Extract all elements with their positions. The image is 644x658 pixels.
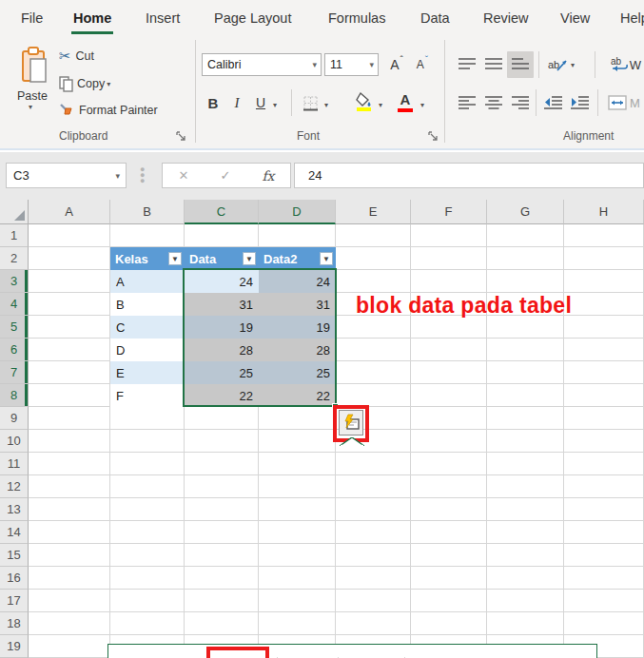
row-header-18[interactable]: 18 (0, 612, 29, 635)
row-header-11[interactable]: 11 (0, 453, 29, 475)
column-header-d[interactable]: D (259, 200, 336, 224)
row-header-14[interactable]: 14 (0, 521, 29, 544)
row-header-1[interactable]: 1 (0, 224, 29, 247)
enter-button[interactable]: ✓ (220, 168, 230, 183)
ribbon-tab-view[interactable]: View (560, 7, 590, 29)
align-center-button[interactable] (482, 91, 505, 114)
cell-D7[interactable]: 25 (259, 361, 336, 384)
cell-B8[interactable]: F (110, 384, 185, 407)
fill-color-dropdown-arrow[interactable]: ▾ (379, 101, 382, 109)
cell-B6[interactable]: D (110, 339, 185, 361)
row-header-15[interactable]: 15 (0, 544, 29, 567)
paste-dropdown-arrow[interactable]: ▾ (29, 103, 32, 111)
ribbon-tab-review[interactable]: Review (483, 7, 529, 29)
column-header-a[interactable]: A (29, 200, 110, 224)
insert-function-button[interactable]: fx (262, 168, 274, 184)
cell-C7[interactable]: 25 (185, 361, 259, 384)
align-right-button[interactable] (509, 91, 532, 114)
cut-button[interactable]: ✂ Cut (59, 48, 94, 65)
row-header-7[interactable]: 7 (0, 361, 29, 384)
cell-B4[interactable]: B (110, 293, 185, 316)
cell-D8[interactable]: 22 (259, 384, 336, 407)
ribbon-tab-data[interactable]: Data (420, 7, 450, 29)
increase-font-size-button[interactable]: Aˆ (384, 53, 409, 76)
decrease-font-size-button[interactable]: Aˇ (410, 53, 435, 76)
row-header-16[interactable]: 16 (0, 567, 29, 590)
row-header-17[interactable]: 17 (0, 590, 29, 612)
cell-C3[interactable]: 24 (185, 270, 259, 293)
fill-handle[interactable] (332, 403, 339, 410)
increase-indent-button[interactable] (568, 91, 591, 114)
row-header-6[interactable]: 6 (0, 339, 29, 361)
borders-dropdown-arrow[interactable]: ▾ (324, 101, 328, 109)
row-header-8[interactable]: 8 (0, 384, 29, 407)
column-header-f[interactable]: F (411, 200, 487, 224)
name-box[interactable]: C3 ▾ (6, 163, 127, 188)
font-color-dropdown-arrow[interactable]: ▾ (420, 101, 424, 109)
column-header-b[interactable]: B (110, 200, 185, 224)
fill-color-button[interactable] (352, 89, 377, 114)
font-size-select[interactable]: 11▾ (324, 53, 379, 76)
cancel-button[interactable]: ✕ (179, 168, 189, 183)
row-header-10[interactable]: 10 (0, 430, 29, 453)
column-header-h[interactable]: H (564, 200, 644, 224)
orientation-button[interactable]: ab ▾ (544, 53, 578, 76)
row-header-13[interactable]: 13 (0, 498, 29, 521)
italic-button[interactable]: I (228, 91, 245, 114)
column-header-g[interactable]: G (487, 200, 564, 224)
cell-C5[interactable]: 19 (185, 316, 259, 339)
name-box-dropdown-arrow[interactable]: ▾ (115, 171, 120, 181)
align-left-button[interactable] (456, 91, 478, 114)
cell-D5[interactable]: 19 (259, 316, 336, 339)
row-header-9[interactable]: 9 (0, 407, 29, 430)
cell-B7[interactable]: E (110, 361, 185, 384)
quick-analysis-button[interactable] (339, 410, 363, 435)
row-header-12[interactable]: 12 (0, 475, 29, 498)
ribbon-tab-file[interactable]: File (21, 7, 43, 29)
ribbon-tab-page-layout[interactable]: Page Layout (214, 7, 291, 29)
font-name-select[interactable]: Calibri▾ (202, 53, 322, 76)
column-header-c[interactable]: C (185, 200, 259, 224)
ribbon-tab-help[interactable]: Help (620, 7, 644, 29)
align-bottom-button[interactable] (507, 51, 534, 78)
clipboard-dialog-launcher[interactable] (176, 131, 187, 143)
cell-D4[interactable]: 31 (259, 293, 336, 316)
font-dialog-launcher[interactable] (428, 131, 439, 143)
cell-C8[interactable]: 22 (185, 384, 259, 407)
formula-bar-drag-handle[interactable]: ●●● (140, 166, 145, 184)
filter-button-data2[interactable]: ▼ (320, 252, 333, 265)
format-painter-button[interactable]: Format Painter (59, 101, 158, 120)
ribbon-tab-formulas[interactable]: Formulas (328, 7, 385, 29)
ribbon-tab-insert[interactable]: Insert (146, 7, 180, 29)
align-middle-button[interactable] (482, 53, 505, 76)
bold-button[interactable]: B (204, 91, 223, 114)
row-header-3[interactable]: 3 (0, 270, 29, 293)
filter-button-data[interactable]: ▼ (243, 252, 256, 265)
row-header-19[interactable]: 19 (0, 635, 29, 658)
cell-B3[interactable]: A (110, 270, 185, 293)
cell-C4[interactable]: 31 (185, 293, 259, 316)
borders-button[interactable] (298, 91, 322, 114)
row-header-2[interactable]: 2 (0, 247, 29, 270)
row-header-4[interactable]: 4 (0, 293, 29, 316)
underline-button[interactable]: U (251, 91, 270, 114)
wrap-text-button[interactable]: ab W (605, 53, 644, 76)
filter-button-kelas[interactable]: ▼ (168, 252, 182, 265)
underline-dropdown-arrow[interactable]: ▾ (273, 101, 277, 109)
paste-button[interactable] (13, 42, 53, 89)
cell-C6[interactable]: 28 (185, 339, 259, 361)
cell-D6[interactable]: 28 (259, 339, 336, 361)
cell-B5[interactable]: C (110, 316, 185, 339)
decrease-indent-button[interactable] (541, 91, 564, 114)
select-all-corner[interactable] (0, 200, 29, 224)
formula-input[interactable]: 24 (294, 163, 644, 188)
column-header-e[interactable]: E (336, 200, 411, 224)
copy-button[interactable]: Copy ▾ (59, 75, 110, 92)
align-top-button[interactable] (456, 53, 478, 76)
font-color-button[interactable]: A (394, 89, 417, 114)
ribbon-tab-home[interactable]: Home (73, 7, 111, 29)
cell-D3[interactable]: 24 (259, 270, 336, 293)
row-header-5[interactable]: 5 (0, 316, 29, 339)
merge-center-button[interactable]: M (605, 91, 643, 114)
paste-label[interactable]: Paste (17, 89, 48, 103)
